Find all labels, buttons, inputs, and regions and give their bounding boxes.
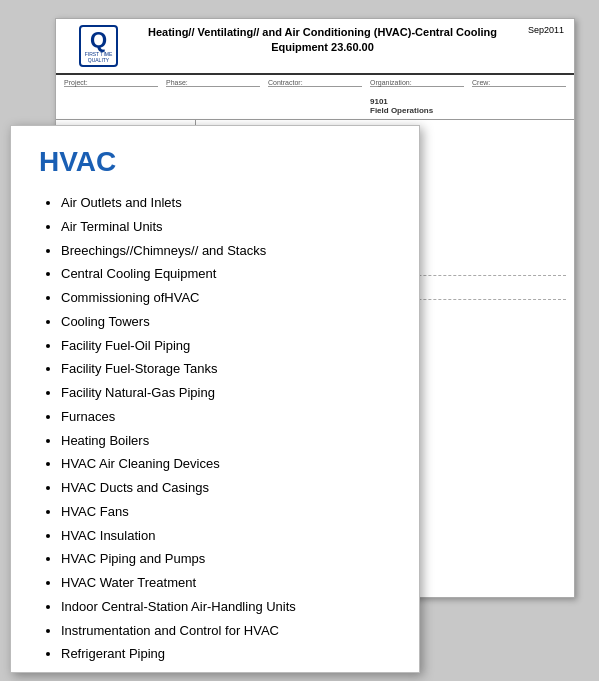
hvac-list-item: HVAC Air Cleaning Devices — [61, 453, 395, 476]
logo-bottom-text: QUALITY — [88, 57, 109, 63]
hvac-list-item: Refrigerant Piping — [61, 643, 395, 666]
doc-logo: Q FIRST TIME QUALITY — [66, 25, 131, 67]
hvac-list-item: Facility Fuel-Storage Tanks — [61, 358, 395, 381]
doc-title: Heating// Ventilating// and Air Conditio… — [131, 25, 514, 56]
organization-sub: Field Operations — [370, 106, 464, 115]
hvac-list-item: Central Cooling Equipment — [61, 263, 395, 286]
hvac-list-item: Facility Natural-Gas Piping — [61, 382, 395, 405]
doc-fields-row: Project: Phase: Contractor: Organization… — [56, 75, 574, 120]
hvac-list-item: Commissioning ofHVAC — [61, 287, 395, 310]
contractor-field: Contractor: — [268, 79, 362, 115]
organization-value: 9101 — [370, 97, 464, 106]
hvac-list-item: Heating Boilers — [61, 430, 395, 453]
hvac-list: Air Outlets and InletsAir Terminal Units… — [39, 192, 395, 673]
hvac-list-item: HVAC Water Treatment — [61, 572, 395, 595]
organization-label: Organization: — [370, 79, 464, 87]
project-field: Project: — [64, 79, 158, 115]
hvac-list-item: HVAC Fans — [61, 501, 395, 524]
hvac-list-item: Testing// Adjusting// and Balancing for … — [61, 667, 395, 673]
phase-field: Phase: — [166, 79, 260, 115]
hvac-list-item: HVAC Piping and Pumps — [61, 548, 395, 571]
hvac-list-item: Cooling Towers — [61, 311, 395, 334]
hvac-list-item: HVAC Insulation — [61, 525, 395, 548]
hvac-list-item: Indoor Central-Station Air-Handling Unit… — [61, 596, 395, 619]
contractor-label: Contractor: — [268, 79, 362, 87]
hvac-list-item: Instrumentation and Control for HVAC — [61, 620, 395, 643]
project-label: Project: — [64, 79, 158, 87]
organization-field: Organization: 9101 Field Operations — [370, 79, 464, 115]
hvac-list-item: HVAC Ducts and Casings — [61, 477, 395, 500]
doc-header: Q FIRST TIME QUALITY Heating// Ventilati… — [56, 19, 574, 75]
doc-date: Sep2011 — [514, 25, 564, 35]
logo-q-letter: Q — [90, 29, 107, 51]
hvac-list-item: Breechings//Chimneys// and Stacks — [61, 240, 395, 263]
phase-label: Phase: — [166, 79, 260, 87]
hvac-title: HVAC — [39, 146, 395, 178]
hvac-list-item: Air Outlets and Inlets — [61, 192, 395, 215]
hvac-panel: HVAC Air Outlets and InletsAir Terminal … — [10, 125, 420, 673]
hvac-list-item: Air Terminal Units — [61, 216, 395, 239]
logo-box: Q FIRST TIME QUALITY — [79, 25, 119, 67]
hvac-list-item: Furnaces — [61, 406, 395, 429]
crew-field: Crew: — [472, 79, 566, 115]
hvac-list-item: Facility Fuel-Oil Piping — [61, 335, 395, 358]
crew-label: Crew: — [472, 79, 566, 87]
